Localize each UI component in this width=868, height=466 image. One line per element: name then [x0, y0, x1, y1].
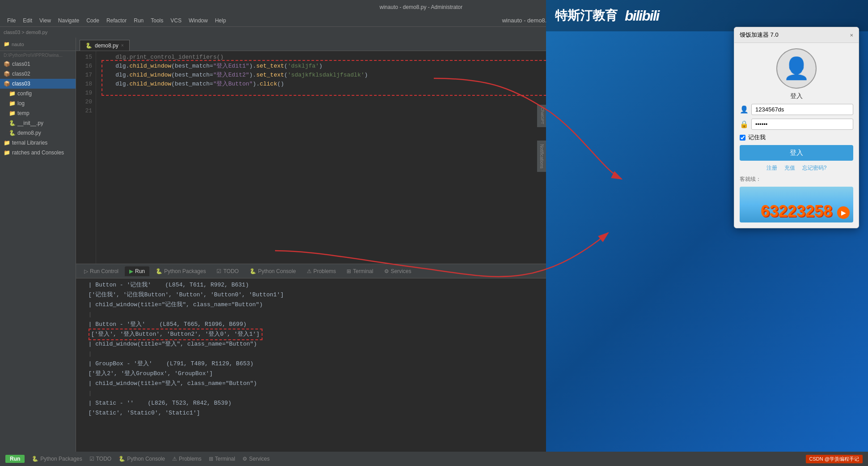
user-icon: 👤: [783, 56, 810, 81]
app-links: 注册 充值 忘记密码?: [766, 164, 827, 172]
sidebar-item-class03[interactable]: 📦 class03: [0, 79, 76, 89]
chatgpt-tab[interactable]: ChatGPT: [537, 105, 546, 127]
run-button[interactable]: Run: [5, 455, 25, 463]
bottom-tab-run-control[interactable]: ▷ Run Control: [80, 266, 123, 276]
login-label: 登入: [790, 92, 803, 100]
notifications-tab[interactable]: Notifications: [537, 141, 546, 172]
avatar: 👤: [776, 48, 817, 89]
bili-logo: bilibili: [625, 8, 659, 24]
play-icon[interactable]: ▶: [841, 209, 846, 216]
python-packages-icon-status: 🐍: [32, 456, 38, 462]
menu-refactor[interactable]: Refactor: [103, 16, 130, 26]
package-icon: 📦: [4, 61, 10, 67]
sidebar-item-temp[interactable]: 📁 temp: [0, 108, 76, 118]
menu-navigate[interactable]: Navigate: [55, 16, 83, 26]
bottom-tab-services[interactable]: ⚙ Services: [380, 266, 416, 276]
todo-icon: ☑: [216, 268, 221, 274]
status-label: 客就续：: [740, 175, 761, 183]
forgot-link[interactable]: 忘记密码?: [802, 164, 827, 172]
sidebar-item-class01[interactable]: 📦 class01: [0, 59, 76, 69]
sidebar-item-scratches[interactable]: 📁 ratches and Consoles: [0, 148, 76, 158]
bottom-tab-terminal[interactable]: ⊞ Terminal: [342, 266, 377, 276]
menu-vcs[interactable]: VCS: [167, 16, 185, 26]
todo-label: TODO: [96, 456, 111, 462]
python-packages-label: Python Packages: [40, 456, 82, 462]
app-close-btn[interactable]: ×: [850, 32, 853, 38]
game-preview: 63223258 ▶: [740, 187, 853, 222]
status-problems[interactable]: ⚠ Problems: [172, 456, 202, 462]
sidebar-item-config[interactable]: 📁 config: [0, 89, 76, 98]
project-icon: 📁: [4, 41, 10, 47]
sidebar-item-class02[interactable]: 📦 class02: [0, 69, 76, 79]
sidebar-item-demo8[interactable]: 🐍 demo8.py: [0, 128, 76, 138]
sidebar-item-libraries[interactable]: 📁 ternal Libraries: [0, 138, 76, 148]
menu-window[interactable]: Window: [185, 16, 212, 26]
python-console-icon: 🐍: [250, 268, 256, 274]
problems-label: Problems: [179, 456, 202, 462]
todo-icon-status: ☑: [89, 456, 94, 462]
package-icon: 📦: [4, 81, 10, 87]
status-bar: Run 🐍 Python Packages ☑ TODO 🐍 Python Co…: [0, 452, 868, 466]
bottom-tab-python-packages[interactable]: 🐍 Python Packages: [151, 266, 210, 276]
menu-view[interactable]: View: [36, 16, 55, 26]
breadcrumb-path: class03 > demo8.py: [4, 30, 47, 35]
problems-icon: ⚠: [307, 268, 312, 274]
app-title-text: 馒饭加速器 7.0: [740, 31, 779, 39]
terminal-icon-status: ⊞: [209, 456, 213, 462]
app-window-content: 👤 登入 👤 🔒 记住我 登入 注册 充值: [734, 43, 859, 228]
bili-title-cn: 特斯汀教育: [555, 7, 618, 24]
menu-file[interactable]: File: [4, 16, 19, 26]
status-todo[interactable]: ☑ TODO: [89, 456, 111, 462]
sidebar: 📁 nauto D:\PythonPro\VIPPRO\wina... 📦 cl…: [0, 38, 76, 452]
file-icon: 🐍: [9, 120, 16, 126]
tab-close-icon[interactable]: ×: [121, 43, 124, 48]
sidebar-item-init[interactable]: 🐍 __init__.py: [0, 118, 76, 128]
username-input[interactable]: [751, 104, 853, 115]
run-control-icon: ▷: [84, 268, 88, 274]
bottom-tab-run[interactable]: ▶ Run: [125, 266, 149, 276]
login-button[interactable]: 登入: [740, 145, 853, 161]
problems-icon-status: ⚠: [172, 456, 177, 462]
register-link[interactable]: 注册: [766, 164, 777, 172]
remember-checkbox[interactable]: [740, 135, 745, 141]
lock-icon: 🔒: [740, 120, 749, 128]
services-label: Services: [249, 456, 270, 462]
sidebar-item-log[interactable]: 📁 log: [0, 98, 76, 108]
recharge-link[interactable]: 充值: [784, 164, 795, 172]
line-numbers: 15 16 17 18 19 20 21: [76, 51, 96, 264]
sidebar-item-project-path: D:\PythonPro\VIPPRO\wina...: [0, 51, 76, 59]
app-window-title: 馒饭加速器 7.0 ×: [734, 27, 859, 43]
status-terminal[interactable]: ⊞ Terminal: [209, 456, 235, 462]
status-run[interactable]: Run: [5, 455, 25, 463]
editor-tab-demo8[interactable]: 🐍 demo8.py ×: [80, 40, 130, 51]
terminal-label: Terminal: [215, 456, 235, 462]
services-icon-status: ⚙: [242, 456, 247, 462]
folder-icon: 📁: [9, 110, 16, 116]
username-row: 👤: [740, 104, 853, 115]
bottom-tab-problems[interactable]: ⚠ Problems: [302, 266, 341, 276]
password-input[interactable]: [751, 119, 853, 130]
file-tab-icon: 🐍: [85, 43, 92, 49]
menu-run[interactable]: Run: [130, 16, 147, 26]
menu-help[interactable]: Help: [212, 16, 230, 26]
terminal-icon: ⊞: [347, 268, 351, 274]
bottom-tab-python-console[interactable]: 🐍 Python Console: [245, 266, 301, 276]
status-python-packages[interactable]: 🐍 Python Packages: [32, 456, 82, 462]
sidebar-header: 📁 nauto: [0, 38, 76, 51]
menu-tools[interactable]: Tools: [147, 16, 167, 26]
csdn-badge: CSDN @学羡编程手记: [806, 455, 863, 463]
folder-icon: 📁: [9, 90, 16, 97]
bottom-tab-todo[interactable]: ☑ TODO: [212, 266, 243, 276]
package-icon: 📦: [4, 71, 10, 77]
menu-edit[interactable]: Edit: [19, 16, 36, 26]
remember-row: 记住我: [740, 133, 853, 141]
folder-icon: 📁: [4, 140, 10, 146]
status-python-console[interactable]: 🐍 Python Console: [119, 456, 165, 462]
status-services[interactable]: ⚙ Services: [242, 456, 270, 462]
password-row: 🔒: [740, 119, 853, 130]
python-console-label: Python Console: [127, 456, 165, 462]
file-icon: 🐍: [9, 130, 16, 136]
menu-code[interactable]: Code: [83, 16, 103, 26]
run-icon: ▶: [129, 268, 133, 274]
services-icon: ⚙: [384, 268, 389, 274]
